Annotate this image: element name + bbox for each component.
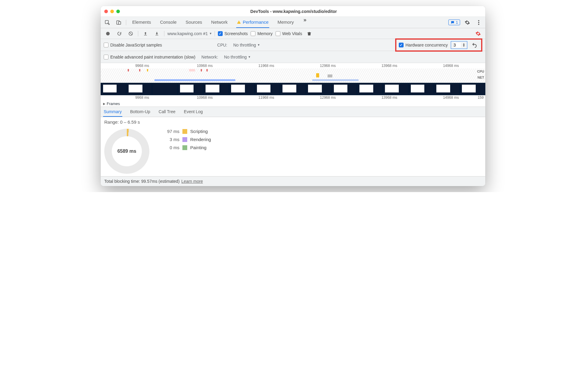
tab-console[interactable]: Console bbox=[160, 17, 177, 28]
hardware-concurrency-highlight: Hardware concurrency ▲▼ bbox=[395, 38, 482, 52]
clear-button[interactable] bbox=[127, 29, 135, 38]
tab-sources[interactable]: Sources bbox=[185, 17, 203, 28]
download-profile-button[interactable] bbox=[153, 29, 161, 38]
tick-label: 14968 ms bbox=[443, 95, 459, 100]
network-throttle-dropdown[interactable]: No throttling bbox=[224, 55, 250, 59]
tick-label: 10968 ms bbox=[197, 64, 213, 68]
summary-total-time: 6589 ms bbox=[117, 149, 136, 154]
capture-options-row-2: Enable advanced paint instrumentation (s… bbox=[101, 51, 485, 63]
device-toolbar-icon[interactable] bbox=[114, 18, 123, 27]
screenshot-thumb[interactable] bbox=[460, 83, 485, 95]
hardware-concurrency-input[interactable]: ▲▼ bbox=[451, 41, 467, 49]
screenshots-checkbox[interactable]: Screenshots bbox=[218, 31, 248, 36]
subtab-bottom-up[interactable]: Bottom-Up bbox=[130, 107, 151, 117]
summary-panel: Range: 0 – 6.59 s 6589 ms 97 ms Scriptin… bbox=[101, 117, 485, 176]
capture-options-row-1: Disable JavaScript samples CPU: No throt… bbox=[101, 39, 485, 51]
screenshot-thumb[interactable] bbox=[178, 83, 203, 95]
webvitals-checkbox[interactable]: Web Vitals bbox=[276, 31, 302, 36]
chevron-right-icon: ▶ bbox=[103, 102, 105, 105]
tab-elements[interactable]: Elements bbox=[132, 17, 152, 28]
overview-selection[interactable] bbox=[154, 79, 235, 81]
maximize-window-button[interactable] bbox=[116, 10, 120, 13]
upload-profile-button[interactable] bbox=[141, 29, 150, 38]
issues-count: 1 bbox=[456, 20, 458, 25]
screenshot-thumb[interactable] bbox=[127, 83, 151, 95]
overview-time-ruler: 9968 ms 10968 ms 11968 ms 12968 ms 13968… bbox=[101, 63, 485, 68]
subtab-event-log[interactable]: Event Log bbox=[183, 107, 203, 117]
svg-point-6 bbox=[478, 22, 479, 23]
tab-memory[interactable]: Memory bbox=[277, 17, 295, 28]
memory-checkbox[interactable]: Memory bbox=[251, 31, 273, 36]
undo-icon[interactable] bbox=[470, 41, 479, 49]
svg-rect-3 bbox=[239, 21, 239, 23]
svg-rect-2 bbox=[118, 22, 121, 24]
recording-target-dropdown[interactable]: www.kapwing.com #1 bbox=[167, 31, 212, 36]
frames-track-header[interactable]: ▶Frames bbox=[101, 101, 485, 107]
screenshot-thumb[interactable] bbox=[229, 83, 254, 95]
stepper-icon[interactable]: ▲▼ bbox=[462, 43, 465, 47]
tab-performance-label: Performance bbox=[243, 20, 269, 25]
tick-label: 14968 ms bbox=[443, 64, 459, 68]
tab-performance[interactable]: Performance bbox=[236, 17, 269, 28]
subtab-summary[interactable]: Summary bbox=[103, 107, 122, 117]
swatch-painting bbox=[182, 145, 187, 150]
svg-rect-10 bbox=[144, 35, 147, 35]
screenshot-thumb[interactable] bbox=[332, 83, 357, 95]
screenshot-thumb[interactable] bbox=[152, 83, 177, 95]
screenshots-filmstrip[interactable] bbox=[101, 83, 485, 95]
window-titlebar: DevTools - www.kapwing.com/studio/editor bbox=[101, 6, 485, 17]
overview-strip[interactable]: CPU NET bbox=[101, 68, 485, 83]
hardware-concurrency-value[interactable] bbox=[453, 43, 461, 47]
svg-point-7 bbox=[478, 24, 479, 25]
svg-rect-4 bbox=[239, 23, 239, 23]
screenshot-thumb[interactable] bbox=[409, 83, 434, 95]
minimize-window-button[interactable] bbox=[110, 10, 114, 13]
capture-settings-gear-icon[interactable] bbox=[474, 29, 482, 38]
window-title: DevTools - www.kapwing.com/studio/editor bbox=[120, 9, 467, 14]
tick-label: 9968 ms bbox=[135, 95, 149, 100]
screenshot-thumb[interactable] bbox=[280, 83, 305, 95]
summary-legend: 97 ms Scripting 3 ms Rendering 0 ms Pain… bbox=[161, 129, 211, 150]
disable-js-samples-checkbox[interactable]: Disable JavaScript samples bbox=[104, 43, 162, 47]
issues-counter[interactable]: 1 bbox=[448, 20, 460, 25]
network-throttle-label: Network: bbox=[201, 55, 218, 59]
devtools-tabbar: Elements Console Sources Network Perform… bbox=[101, 17, 485, 28]
legend-row-scripting: 97 ms Scripting bbox=[161, 129, 211, 134]
more-tabs-button[interactable]: » bbox=[302, 17, 308, 28]
kebab-menu-icon[interactable] bbox=[475, 18, 483, 27]
summary-footer: Total blocking time: 99.57ms (estimated)… bbox=[101, 176, 485, 186]
screenshot-thumb[interactable] bbox=[434, 83, 459, 95]
screenshot-thumb[interactable] bbox=[357, 83, 382, 95]
tab-network[interactable]: Network bbox=[211, 17, 228, 28]
screenshot-thumb[interactable] bbox=[203, 83, 228, 95]
tick-label: 12968 ms bbox=[320, 95, 336, 100]
warning-icon bbox=[237, 20, 241, 24]
screenshot-thumb[interactable] bbox=[306, 83, 331, 95]
screenshot-thumb[interactable] bbox=[383, 83, 408, 95]
cpu-throttle-dropdown[interactable]: No throttling bbox=[233, 43, 259, 47]
devtools-tabs: Elements Console Sources Network Perform… bbox=[132, 17, 445, 28]
message-icon bbox=[450, 20, 455, 25]
gear-icon[interactable] bbox=[463, 18, 472, 27]
summary-range: Range: 0 – 6.59 s bbox=[104, 119, 482, 125]
tick-label: 11968 ms bbox=[258, 64, 274, 68]
enable-paint-instrumentation-checkbox[interactable]: Enable advanced paint instrumentation (s… bbox=[104, 55, 195, 59]
hardware-concurrency-checkbox[interactable]: Hardware concurrency bbox=[399, 43, 448, 47]
details-subtabs: Summary Bottom-Up Call Tree Event Log bbox=[101, 107, 485, 117]
tick-label: 13968 ms bbox=[381, 64, 397, 68]
tick-label: 11968 ms bbox=[258, 95, 274, 100]
close-window-button[interactable] bbox=[104, 10, 108, 13]
tick-label: 9968 ms bbox=[135, 64, 149, 68]
tick-label: 159 bbox=[478, 95, 484, 100]
reload-record-button[interactable] bbox=[115, 29, 124, 38]
learn-more-link[interactable]: Learn more bbox=[182, 179, 203, 184]
svg-rect-11 bbox=[155, 35, 158, 35]
subtab-call-tree[interactable]: Call Tree bbox=[158, 107, 176, 117]
screenshot-thumb[interactable] bbox=[101, 83, 126, 95]
inspect-element-icon[interactable] bbox=[103, 18, 111, 27]
screenshot-thumb[interactable] bbox=[255, 83, 280, 95]
devtools-window: DevTools - www.kapwing.com/studio/editor… bbox=[101, 6, 485, 186]
trash-icon[interactable] bbox=[305, 29, 313, 38]
record-button[interactable] bbox=[104, 29, 112, 38]
summary-donut-chart: 6589 ms bbox=[104, 129, 149, 174]
